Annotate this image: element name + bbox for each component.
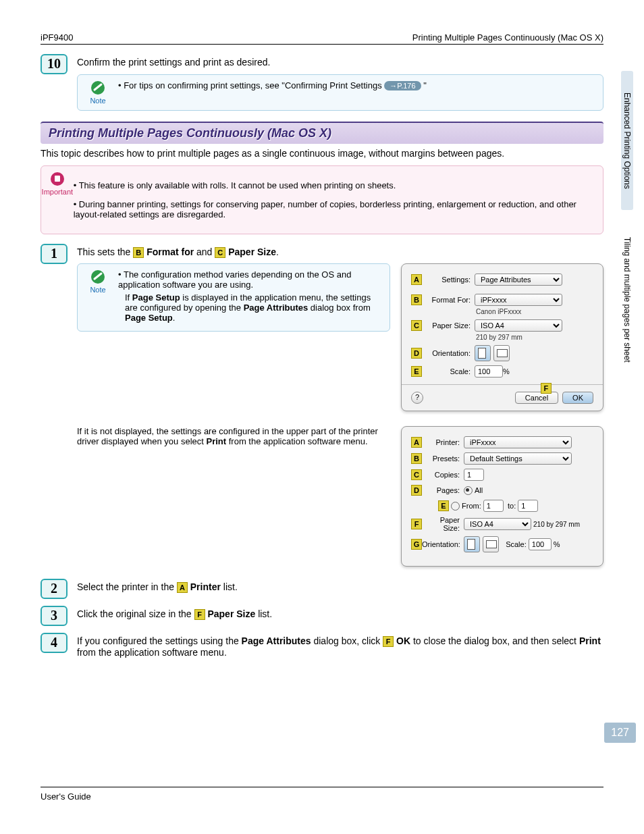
print-dialog: APrinter:iPFxxxx BPresets:Default Settin… — [401, 426, 603, 567]
callout-a: A — [177, 582, 188, 593]
side-tab-enhanced[interactable]: Enhanced Printing Options — [621, 71, 633, 210]
presets-select[interactable]: Default Settings — [464, 452, 572, 465]
pages-all-radio[interactable] — [464, 486, 473, 495]
section-intro: This topic describes how to print multip… — [41, 148, 603, 159]
callout-c: C — [215, 247, 225, 258]
step-text: Confirm the print settings and print as … — [77, 57, 603, 68]
scale-input[interactable] — [475, 365, 503, 377]
help-button[interactable]: ? — [411, 392, 423, 404]
important-box: Important • This feature is only availab… — [41, 165, 603, 234]
step-number: 4 — [41, 633, 68, 653]
step-number: 3 — [41, 606, 68, 626]
scale-input-2[interactable] — [529, 538, 552, 550]
step-1: 1 This sets the B Format for and C Paper… — [41, 244, 603, 567]
callout-f: F — [194, 609, 205, 620]
note-icon: Note — [78, 80, 118, 105]
important-icon: Important — [41, 172, 74, 228]
svg-rect-2 — [55, 176, 60, 182]
header-right: Printing Multiple Pages Continuously (Ma… — [412, 32, 603, 43]
note-box-2: Note • The configuration method varies d… — [77, 263, 390, 332]
format-for-select[interactable]: iPFxxxx — [475, 294, 562, 306]
step-4: 4 If you configured the settings using t… — [41, 633, 603, 658]
pages-from-input[interactable] — [483, 500, 504, 512]
paper-size-select-2[interactable]: ISO A4 — [464, 518, 531, 530]
callout-b: B — [133, 247, 144, 258]
pages-from-radio[interactable] — [451, 502, 460, 511]
step-2: 2 Select the printer in the A Printer li… — [41, 579, 603, 599]
orientation-landscape-button-2[interactable] — [483, 536, 499, 552]
page-ref-pill[interactable]: →P.176 — [384, 81, 421, 90]
pages-to-input[interactable] — [518, 500, 538, 512]
callout-f2: F — [383, 636, 394, 647]
orientation-portrait-button-2[interactable] — [464, 536, 480, 552]
copies-input[interactable] — [464, 469, 484, 481]
orientation-landscape-button[interactable] — [493, 345, 510, 361]
cancel-button[interactable]: Cancel — [515, 392, 558, 404]
side-tab-tiling[interactable]: Tiling and multiple pages per sheet — [621, 210, 633, 390]
note-icon: Note — [78, 269, 118, 325]
step-number: 1 — [41, 244, 68, 264]
section-heading: Printing Multiple Pages Continuously (Ma… — [41, 122, 603, 144]
step-number: 2 — [41, 579, 68, 599]
printer-select[interactable]: iPFxxxx — [464, 436, 572, 448]
side-tabs: Enhanced Printing Options Tiling and mul… — [621, 71, 636, 390]
footer-left: User's Guide — [41, 791, 91, 802]
step-3: 3 Click the original size in the F Paper… — [41, 606, 603, 626]
step-number: 10 — [41, 54, 68, 74]
header-left: iPF9400 — [41, 32, 73, 43]
orientation-portrait-button[interactable] — [475, 345, 491, 361]
page-setup-dialog: ASettings:Page Attributes BFormat For:iP… — [401, 263, 603, 411]
step-10: 10 Confirm the print settings and print … — [41, 54, 603, 111]
ok-button[interactable]: OK — [562, 392, 593, 404]
page-number: 127 — [604, 723, 636, 743]
note-box: Note • For tips on confirming print sett… — [77, 74, 603, 111]
paper-size-select[interactable]: ISO A4 — [475, 319, 562, 332]
settings-select[interactable]: Page Attributes — [475, 273, 562, 286]
